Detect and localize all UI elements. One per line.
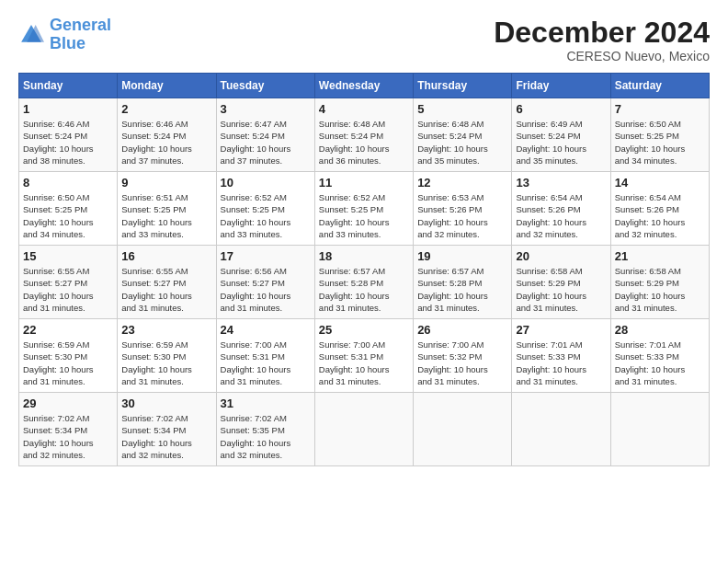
calendar-cell: 5Sunrise: 6:48 AM Sunset: 5:24 PM Daylig…: [414, 98, 512, 172]
day-number: 14: [615, 176, 705, 190]
day-number: 26: [417, 323, 507, 337]
day-number: 16: [121, 249, 211, 263]
day-info: Sunrise: 6:52 AM Sunset: 5:25 PM Dayligh…: [221, 191, 311, 240]
day-info: Sunrise: 6:59 AM Sunset: 5:30 PM Dayligh…: [121, 339, 211, 387]
day-info: Sunrise: 7:01 AM Sunset: 5:33 PM Dayligh…: [615, 339, 705, 387]
day-number: 11: [319, 176, 409, 190]
logo-text: General Blue: [50, 17, 111, 53]
week-row-3: 15Sunrise: 6:55 AM Sunset: 5:27 PM Dayli…: [19, 246, 710, 319]
calendar-cell: 11Sunrise: 6:52 AM Sunset: 5:25 PM Dayli…: [314, 172, 413, 246]
week-row-4: 22Sunrise: 6:59 AM Sunset: 5:30 PM Dayli…: [19, 319, 710, 393]
day-info: Sunrise: 7:02 AM Sunset: 5:34 PM Dayligh…: [23, 412, 113, 461]
calendar-cell: 8Sunrise: 6:50 AM Sunset: 5:25 PM Daylig…: [19, 172, 118, 246]
calendar-cell: 3Sunrise: 6:47 AM Sunset: 5:24 PM Daylig…: [216, 98, 314, 172]
logo-blue: Blue: [50, 34, 85, 52]
day-info: Sunrise: 6:46 AM Sunset: 5:24 PM Dayligh…: [23, 118, 113, 167]
calendar-cell: 29Sunrise: 7:02 AM Sunset: 5:34 PM Dayli…: [19, 393, 118, 466]
day-number: 2: [121, 102, 211, 116]
day-number: 6: [516, 102, 606, 116]
calendar-cell: 9Sunrise: 6:51 AM Sunset: 5:25 PM Daylig…: [118, 172, 216, 246]
weekday-header-tuesday: Tuesday: [216, 74, 314, 98]
day-info: Sunrise: 6:57 AM Sunset: 5:28 PM Dayligh…: [319, 265, 409, 314]
logo-general: General: [50, 16, 111, 34]
day-number: 30: [121, 396, 211, 410]
calendar-cell: 1Sunrise: 6:46 AM Sunset: 5:24 PM Daylig…: [19, 98, 118, 172]
weekday-header-wednesday: Wednesday: [314, 74, 413, 98]
weekday-header-sunday: Sunday: [19, 74, 118, 98]
day-number: 31: [221, 396, 311, 410]
calendar-cell: 31Sunrise: 7:02 AM Sunset: 5:35 PM Dayli…: [216, 393, 314, 466]
logo: General Blue: [18, 17, 111, 53]
calendar-cell: 14Sunrise: 6:54 AM Sunset: 5:26 PM Dayli…: [610, 172, 709, 246]
calendar-cell: 16Sunrise: 6:55 AM Sunset: 5:27 PM Dayli…: [118, 246, 216, 319]
day-number: 24: [221, 323, 311, 337]
calendar-table: SundayMondayTuesdayWednesdayThursdayFrid…: [18, 73, 710, 466]
day-info: Sunrise: 6:52 AM Sunset: 5:25 PM Dayligh…: [319, 191, 409, 240]
calendar-cell: 23Sunrise: 6:59 AM Sunset: 5:30 PM Dayli…: [118, 319, 216, 393]
day-info: Sunrise: 6:50 AM Sunset: 5:25 PM Dayligh…: [23, 191, 113, 240]
day-number: 23: [121, 323, 211, 337]
day-number: 8: [23, 176, 113, 190]
day-info: Sunrise: 7:00 AM Sunset: 5:31 PM Dayligh…: [221, 339, 311, 387]
day-number: 10: [221, 176, 311, 190]
day-info: Sunrise: 6:51 AM Sunset: 5:25 PM Dayligh…: [121, 191, 211, 240]
weekday-header-row: SundayMondayTuesdayWednesdayThursdayFrid…: [19, 74, 710, 98]
calendar-cell: 19Sunrise: 6:57 AM Sunset: 5:28 PM Dayli…: [414, 246, 512, 319]
weekday-header-saturday: Saturday: [610, 74, 709, 98]
day-info: Sunrise: 6:58 AM Sunset: 5:29 PM Dayligh…: [516, 265, 606, 314]
day-info: Sunrise: 6:54 AM Sunset: 5:26 PM Dayligh…: [516, 191, 606, 240]
calendar-cell: 25Sunrise: 7:00 AM Sunset: 5:31 PM Dayli…: [314, 319, 413, 393]
page: General Blue December 2024 CERESO Nuevo,…: [0, 0, 728, 476]
title-block: December 2024 CERESO Nuevo, Mexico: [494, 17, 710, 63]
day-info: Sunrise: 6:46 AM Sunset: 5:24 PM Dayligh…: [121, 118, 211, 167]
header: General Blue December 2024 CERESO Nuevo,…: [18, 17, 710, 63]
week-row-5: 29Sunrise: 7:02 AM Sunset: 5:34 PM Dayli…: [19, 393, 710, 466]
calendar-cell: 28Sunrise: 7:01 AM Sunset: 5:33 PM Dayli…: [610, 319, 709, 393]
day-number: 5: [417, 102, 507, 116]
calendar-cell: 27Sunrise: 7:01 AM Sunset: 5:33 PM Dayli…: [512, 319, 610, 393]
day-info: Sunrise: 6:48 AM Sunset: 5:24 PM Dayligh…: [417, 118, 507, 167]
calendar-cell: 6Sunrise: 6:49 AM Sunset: 5:24 PM Daylig…: [512, 98, 610, 172]
day-number: 3: [221, 102, 311, 116]
day-number: 20: [516, 249, 606, 263]
calendar-cell: 15Sunrise: 6:55 AM Sunset: 5:27 PM Dayli…: [19, 246, 118, 319]
day-number: 1: [23, 102, 113, 116]
day-number: 28: [615, 323, 705, 337]
day-number: 15: [23, 249, 113, 263]
day-number: 9: [121, 176, 211, 190]
calendar-cell: 10Sunrise: 6:52 AM Sunset: 5:25 PM Dayli…: [216, 172, 314, 246]
day-number: 12: [417, 176, 507, 190]
month-title: December 2024: [494, 17, 710, 49]
day-info: Sunrise: 7:00 AM Sunset: 5:32 PM Dayligh…: [417, 339, 507, 387]
day-info: Sunrise: 6:47 AM Sunset: 5:24 PM Dayligh…: [221, 118, 311, 167]
day-info: Sunrise: 6:50 AM Sunset: 5:25 PM Dayligh…: [615, 118, 705, 167]
day-info: Sunrise: 7:02 AM Sunset: 5:34 PM Dayligh…: [121, 412, 211, 461]
calendar-cell: 18Sunrise: 6:57 AM Sunset: 5:28 PM Dayli…: [314, 246, 413, 319]
calendar-cell: 21Sunrise: 6:58 AM Sunset: 5:29 PM Dayli…: [610, 246, 709, 319]
calendar-cell: 4Sunrise: 6:48 AM Sunset: 5:24 PM Daylig…: [314, 98, 413, 172]
day-number: 21: [615, 249, 705, 263]
calendar-cell: 26Sunrise: 7:00 AM Sunset: 5:32 PM Dayli…: [414, 319, 512, 393]
day-info: Sunrise: 6:53 AM Sunset: 5:26 PM Dayligh…: [417, 191, 507, 240]
calendar-cell: 7Sunrise: 6:50 AM Sunset: 5:25 PM Daylig…: [610, 98, 709, 172]
day-info: Sunrise: 6:54 AM Sunset: 5:26 PM Dayligh…: [615, 191, 705, 240]
day-number: 4: [319, 102, 409, 116]
calendar-cell: 20Sunrise: 6:58 AM Sunset: 5:29 PM Dayli…: [512, 246, 610, 319]
day-number: 27: [516, 323, 606, 337]
calendar-cell: 2Sunrise: 6:46 AM Sunset: 5:24 PM Daylig…: [118, 98, 216, 172]
logo-icon: [18, 22, 44, 48]
calendar-cell: 30Sunrise: 7:02 AM Sunset: 5:34 PM Dayli…: [118, 393, 216, 466]
day-number: 13: [516, 176, 606, 190]
day-number: 29: [23, 396, 113, 410]
calendar-cell: [314, 393, 413, 466]
calendar-cell: 12Sunrise: 6:53 AM Sunset: 5:26 PM Dayli…: [414, 172, 512, 246]
day-info: Sunrise: 7:00 AM Sunset: 5:31 PM Dayligh…: [319, 339, 409, 387]
day-info: Sunrise: 7:02 AM Sunset: 5:35 PM Dayligh…: [221, 412, 311, 461]
day-number: 19: [417, 249, 507, 263]
day-info: Sunrise: 6:48 AM Sunset: 5:24 PM Dayligh…: [319, 118, 409, 167]
day-info: Sunrise: 6:55 AM Sunset: 5:27 PM Dayligh…: [121, 265, 211, 314]
weekday-header-monday: Monday: [118, 74, 216, 98]
day-info: Sunrise: 6:56 AM Sunset: 5:27 PM Dayligh…: [221, 265, 311, 314]
calendar-cell: [610, 393, 709, 466]
weekday-header-friday: Friday: [512, 74, 610, 98]
